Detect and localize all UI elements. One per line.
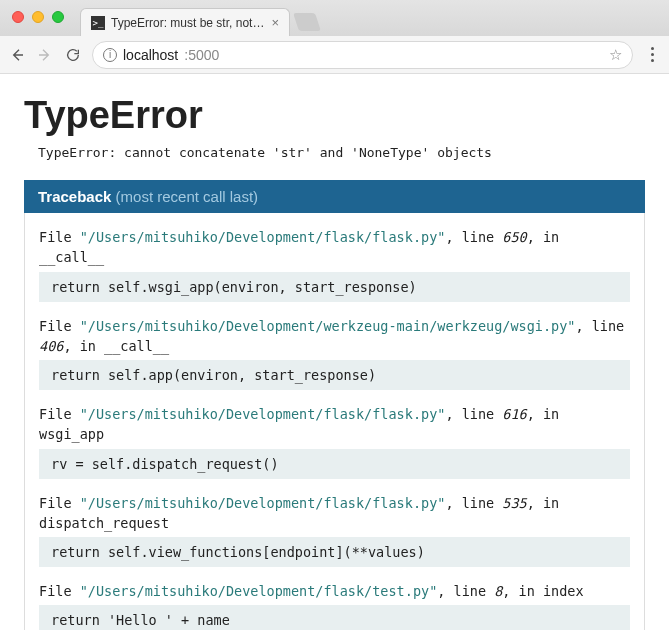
frame-code: return self.app(environ, start_response) [39, 360, 630, 390]
browser-chrome: >_ TypeError: must be str, not No × i lo… [0, 0, 669, 74]
close-window-button[interactable] [12, 11, 24, 23]
toolbar: i localhost:5000 ☆ [0, 36, 669, 74]
new-tab-button[interactable] [293, 13, 321, 31]
more-menu-button[interactable] [643, 47, 661, 62]
traceback-header: Traceback (most recent call last) [24, 180, 645, 213]
frame-code: return self.wsgi_app(environ, start_resp… [39, 272, 630, 302]
address-bar[interactable]: i localhost:5000 ☆ [92, 41, 633, 69]
page-content: TypeError TypeError: cannot concatenate … [0, 74, 669, 630]
url-host: localhost [123, 47, 178, 63]
frame-location: File "/Users/mitsuhiko/Development/flask… [39, 404, 630, 445]
traceback-frame[interactable]: File "/Users/mitsuhiko/Development/flask… [39, 404, 630, 479]
frame-location: File "/Users/mitsuhiko/Development/flask… [39, 227, 630, 268]
bookmark-star-icon[interactable]: ☆ [609, 46, 622, 64]
page-title: TypeError [24, 94, 645, 137]
frame-location: File "/Users/mitsuhiko/Development/werkz… [39, 316, 630, 357]
traceback-frame[interactable]: File "/Users/mitsuhiko/Development/flask… [39, 227, 630, 302]
frame-location: File "/Users/mitsuhiko/Development/flask… [39, 493, 630, 534]
site-info-icon[interactable]: i [103, 48, 117, 62]
traceback-frame[interactable]: File "/Users/mitsuhiko/Development/werkz… [39, 316, 630, 391]
frame-code: return self.view_functions[endpoint](**v… [39, 537, 630, 567]
traceback-recent: (most recent call last) [116, 188, 259, 205]
minimize-window-button[interactable] [32, 11, 44, 23]
frame-location: File "/Users/mitsuhiko/Development/flask… [39, 581, 630, 601]
tab-strip: >_ TypeError: must be str, not No × [0, 0, 669, 36]
traceback-frame[interactable]: File "/Users/mitsuhiko/Development/flask… [39, 493, 630, 568]
traceback-frame[interactable]: File "/Users/mitsuhiko/Development/flask… [39, 581, 630, 630]
reload-button[interactable] [64, 46, 82, 64]
traceback-frames: File "/Users/mitsuhiko/Development/flask… [24, 213, 645, 630]
frame-code: return 'Hello ' + name [39, 605, 630, 630]
frame-code: rv = self.dispatch_request() [39, 449, 630, 479]
arrow-right-icon [37, 47, 53, 63]
url-port: :5000 [184, 47, 219, 63]
exception-message: TypeError: cannot concatenate 'str' and … [38, 145, 645, 160]
favicon-icon: >_ [91, 16, 105, 30]
reload-icon [65, 47, 81, 63]
close-tab-button[interactable]: × [271, 15, 279, 30]
browser-tab[interactable]: >_ TypeError: must be str, not No × [80, 8, 290, 36]
traceback-label: Traceback [38, 188, 111, 205]
window-controls [12, 11, 64, 23]
tab-title: TypeError: must be str, not No [111, 16, 265, 30]
arrow-left-icon [9, 47, 25, 63]
maximize-window-button[interactable] [52, 11, 64, 23]
forward-button[interactable] [36, 46, 54, 64]
back-button[interactable] [8, 46, 26, 64]
